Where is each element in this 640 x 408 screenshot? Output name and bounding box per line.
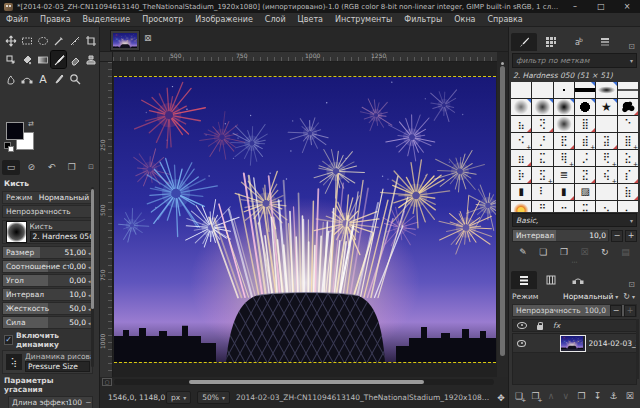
ink-tool-icon[interactable]	[51, 70, 66, 87]
brush-item[interactable]	[596, 184, 616, 200]
brush-item[interactable]: ⢿+	[554, 150, 574, 166]
brush-item[interactable]: ⣾+	[575, 133, 595, 149]
gradient-tool-icon[interactable]	[35, 51, 50, 68]
brush-item[interactable]: ▨	[575, 184, 595, 200]
tab-fonts[interactable]: ab	[565, 33, 591, 51]
fade-length-row[interactable]: Длина эффекта ... 100 −	[8, 396, 93, 408]
dock-menu-icon[interactable]: ⊡	[86, 160, 96, 175]
fade-spin-minus[interactable]: −	[85, 398, 92, 407]
brush-item[interactable]: ⠄	[618, 201, 638, 212]
clone-tool-icon[interactable]	[83, 51, 98, 68]
brush-item[interactable]: ⠭	[575, 201, 595, 212]
delete-layer-button[interactable]: ☒	[626, 391, 634, 401]
new-layer-group-button[interactable]: ❐	[531, 391, 539, 401]
brush-item[interactable]: ⡨	[575, 150, 595, 166]
brush-selector[interactable]: Кисть 2. Hardness 050	[2, 220, 93, 244]
tool-option-aspect-ratio[interactable]: Соотношение сторон0,00◂	[2, 260, 93, 273]
brush-filter-field[interactable]: фильтр по меткам ▾	[512, 53, 637, 68]
swap-colors-icon[interactable]: ⇄	[28, 120, 34, 128]
zoom-tool-icon[interactable]	[67, 70, 82, 87]
spacing-slider[interactable]: Интервал 10,0	[512, 229, 609, 242]
menu-item-filters[interactable]: Фильтры	[398, 15, 448, 24]
lower-layer-button[interactable]: ∨	[563, 391, 570, 401]
tab-close-icon[interactable]: ⊠	[144, 33, 152, 43]
vertical-scrollbar[interactable]	[497, 62, 508, 377]
dynamics-checkbox[interactable]: ✓	[4, 335, 13, 345]
visibility-column-icon[interactable]	[517, 322, 527, 329]
layer-visibility-icon[interactable]	[517, 340, 526, 347]
brush-item[interactable]	[575, 99, 595, 115]
rectangle-select-tool-icon[interactable]	[19, 32, 34, 49]
layer-list-scrollbar[interactable]	[636, 319, 639, 379]
duplicate-brush-icon[interactable]: ❐	[560, 247, 568, 257]
brush-item[interactable]	[554, 116, 574, 132]
opacity-row[interactable]: Непрозрачность	[2, 205, 93, 218]
brush-item[interactable]: ⣫+	[532, 167, 552, 183]
eraser-tool-icon[interactable]	[67, 51, 82, 68]
brush-item[interactable]: ⠑	[618, 116, 638, 132]
layer-mode-value[interactable]: Нормальный	[563, 292, 613, 301]
brush-item[interactable]: ▮	[511, 184, 531, 200]
tab-layers[interactable]	[511, 271, 537, 289]
tab-images[interactable]: ❐	[63, 160, 81, 175]
opacity-minus-button[interactable]: −	[610, 305, 622, 317]
brush-item[interactable]	[618, 82, 638, 98]
brush-item[interactable]: ⡎	[618, 167, 638, 183]
delete-brush-icon[interactable]: ☒	[581, 247, 589, 257]
zoom-select[interactable]: 50% ▾	[197, 391, 230, 404]
tab-device-status[interactable]: ⊘	[22, 160, 40, 175]
menu-item-select[interactable]: Выделение	[77, 15, 137, 24]
tool-option-size[interactable]: Размер51,00◂	[2, 246, 93, 259]
anchor-layer-button[interactable]: ⚓	[609, 391, 617, 401]
image-tab[interactable]	[110, 30, 140, 51]
vertical-ruler[interactable]: 2505007501000	[100, 62, 113, 377]
spacing-plus-button[interactable]: +	[625, 230, 637, 242]
tool-option-force[interactable]: Сила50,0◂	[2, 316, 93, 329]
lock-column-icon[interactable]	[537, 325, 543, 330]
crop-tool-icon[interactable]	[83, 32, 98, 49]
quick-mask-toggle[interactable]: ▢	[102, 378, 112, 386]
brush-item[interactable]: ⠢	[596, 201, 616, 212]
merge-down-button[interactable]: ↧	[594, 391, 602, 401]
tool-option-angle[interactable]: Угол0,00◂	[2, 274, 93, 287]
brush-tag-field[interactable]: Basic, ▾	[512, 213, 637, 227]
mode-switch-icon[interactable]: ↻	[620, 292, 630, 301]
brush-item[interactable]: ⡘	[532, 133, 552, 149]
foreground-color-swatch[interactable]	[6, 122, 24, 140]
menu-item-help[interactable]: Справка	[482, 15, 529, 24]
brush-item[interactable]: ⣷	[618, 184, 638, 200]
paths-tool-icon[interactable]	[19, 70, 34, 87]
menu-item-colors[interactable]: Цвета	[292, 15, 329, 24]
brush-item[interactable]	[554, 82, 574, 98]
brush-item[interactable]: ⣟	[554, 133, 574, 149]
new-layer-button[interactable]: ❏	[515, 391, 523, 401]
text-tool-icon[interactable]: A	[35, 70, 50, 87]
brush-item[interactable]	[511, 82, 531, 98]
dynamics-selector[interactable]: ⢵ Динамика рисования Pressure Size	[2, 350, 93, 374]
brush-item[interactable]: ⣦	[511, 116, 531, 132]
color-picker-tool-icon[interactable]	[51, 32, 66, 49]
menu-item-layer[interactable]: Слой	[259, 15, 292, 24]
tab-tool-options[interactable]: ▭	[2, 160, 20, 175]
brush-item[interactable]: ⠛	[532, 201, 552, 212]
brush-item[interactable]: ⡷	[511, 167, 531, 183]
menu-item-view[interactable]: Просмотр	[136, 15, 189, 24]
tab-channels[interactable]	[538, 271, 564, 289]
brush-item[interactable]: ▮	[554, 184, 574, 200]
tab-gradients[interactable]	[592, 33, 618, 51]
layer-row[interactable]: 2014-02-03_ZH	[513, 334, 636, 353]
brush-item[interactable]: ⢒	[554, 201, 574, 212]
paint-mode-row[interactable]: Режим Нормальный	[2, 191, 93, 204]
brush-item[interactable]: ⠇	[532, 184, 552, 200]
brush-item[interactable]: ⢝	[532, 116, 552, 132]
brush-item[interactable]: ≣	[554, 167, 574, 183]
minimize-button[interactable]: –	[562, 0, 588, 13]
brush-item[interactable]: ★	[596, 99, 616, 115]
dock-menu-icon[interactable]: ⊡	[625, 42, 638, 51]
open-brush-as-image-icon[interactable]: ▤	[621, 247, 630, 257]
edit-brush-icon[interactable]: ✎	[519, 247, 527, 257]
brush-item[interactable]	[596, 82, 616, 98]
smudge-tool-icon[interactable]	[3, 70, 18, 87]
tab-undo-history[interactable]: ↶	[42, 160, 60, 175]
tool-option-spacing[interactable]: Интервал10,0◂	[2, 288, 93, 301]
